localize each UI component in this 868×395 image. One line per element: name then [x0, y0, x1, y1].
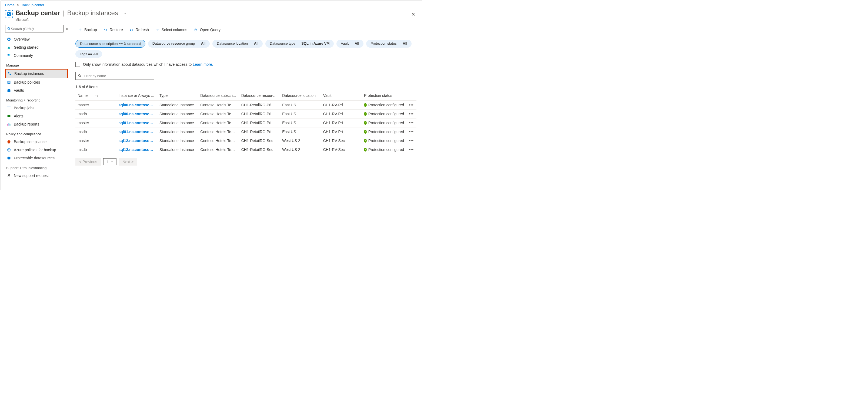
- row-more-button[interactable]: •••: [406, 145, 416, 154]
- table-row[interactable]: mastersql12.na.contosohotels...Standalon…: [75, 136, 416, 145]
- cell-instance-link[interactable]: sql00.na.contosohotels...: [116, 110, 157, 118]
- toolbar-label: Backup: [84, 28, 97, 32]
- compliance-icon: [7, 140, 11, 144]
- sidebar-item-community[interactable]: Community: [5, 51, 68, 59]
- toolbar-label: Select columns: [162, 28, 187, 32]
- svg-point-22: [8, 149, 9, 150]
- filter-resource-group[interactable]: Datasource resource group == All: [148, 40, 210, 48]
- sidebar-item-backup-reports[interactable]: Backup reports: [5, 120, 68, 128]
- cell-subscription: Contoso Hotels Tenant -...: [198, 101, 239, 110]
- previous-button[interactable]: < Previous: [75, 158, 101, 166]
- sidebar-item-azure-policies[interactable]: Azure policies for backup: [5, 146, 68, 154]
- svg-point-28: [194, 29, 197, 30]
- filter-protection-status[interactable]: Protection status == All: [366, 40, 411, 48]
- sidebar-item-backup-instances[interactable]: Backup instances: [6, 69, 67, 78]
- sidebar-search[interactable]: [5, 25, 63, 32]
- cell-type: Standalone Instance: [157, 110, 198, 118]
- refresh-button[interactable]: Refresh: [127, 26, 152, 33]
- query-icon: [194, 28, 198, 32]
- column-subscription[interactable]: Datasource subscri...: [198, 91, 239, 101]
- svg-rect-20: [10, 124, 10, 125]
- table-row[interactable]: msdbsql12.na.contosohotels...Standalone …: [75, 145, 416, 154]
- row-more-button[interactable]: •••: [406, 128, 416, 136]
- close-button[interactable]: ✕: [409, 9, 417, 20]
- cell-subscription: Contoso Hotels Tenant -...: [198, 128, 239, 136]
- column-vault[interactable]: Vault: [321, 91, 362, 101]
- restore-button[interactable]: Restore: [101, 26, 126, 33]
- column-location[interactable]: Datasource location: [280, 91, 321, 101]
- sidebar-item-label: Getting started: [14, 45, 39, 50]
- column-instance[interactable]: Instance or Always ...: [116, 91, 157, 101]
- title-separator: |: [63, 9, 64, 17]
- table-row[interactable]: mastersql01.na.contosohotels...Standalon…: [75, 118, 416, 128]
- sidebar-item-label: Backup policies: [14, 80, 40, 84]
- sidebar-item-alerts[interactable]: Alerts: [5, 112, 68, 120]
- pager: < Previous 1 Next >: [75, 154, 416, 169]
- column-name[interactable]: Name↑↓: [75, 91, 116, 101]
- cell-instance-link[interactable]: sql00.na.contosohotels...: [116, 101, 157, 110]
- sidebar-item-support-request[interactable]: New support request: [5, 172, 68, 180]
- filter-type[interactable]: Datasource type == SQL in Azure VM: [266, 40, 334, 48]
- success-icon: ✓: [364, 112, 367, 116]
- table-row[interactable]: mastersql00.na.contosohotels...Standalon…: [75, 101, 416, 110]
- table-row[interactable]: msdbsql00.na.contosohotels...Standalone …: [75, 110, 416, 118]
- toolbar-label: Open Query: [200, 28, 220, 32]
- title-more-button[interactable]: ···: [121, 9, 128, 17]
- breadcrumb-home[interactable]: Home: [5, 3, 14, 7]
- svg-point-7: [7, 54, 9, 55]
- sidebar-section-monitoring: Monitoring + reporting: [5, 94, 68, 104]
- next-button[interactable]: Next >: [119, 158, 137, 166]
- cell-name: msdb: [75, 110, 116, 118]
- cell-instance-link[interactable]: sql12.na.contosohotels...: [116, 136, 157, 145]
- filter-location[interactable]: Datasource location == All: [212, 40, 263, 48]
- filter-vault[interactable]: Vault == All: [336, 40, 364, 48]
- rocket-icon: [7, 45, 11, 50]
- sidebar-item-label: Overview: [14, 37, 29, 41]
- sidebar-item-label: Alerts: [14, 114, 24, 118]
- cell-instance-link[interactable]: sql01.na.contosohotels...: [116, 128, 157, 136]
- name-filter-input[interactable]: [84, 74, 152, 78]
- row-more-button[interactable]: •••: [406, 118, 416, 128]
- row-more-button[interactable]: •••: [406, 101, 416, 110]
- sidebar-item-backup-compliance[interactable]: Backup compliance: [5, 138, 68, 146]
- collapse-sidebar-button[interactable]: «: [66, 27, 68, 31]
- table-row[interactable]: msdbsql01.na.contosohotels...Standalone …: [75, 128, 416, 136]
- cell-status: ✓Protection configured: [362, 101, 406, 110]
- refresh-icon: [129, 28, 133, 32]
- filter-tags[interactable]: Tags == All: [75, 50, 102, 58]
- sidebar-item-getting-started[interactable]: Getting started: [5, 43, 68, 51]
- breadcrumb-current[interactable]: Backup center: [22, 3, 44, 7]
- sidebar-item-protectable-datasources[interactable]: Protectable datasources: [5, 154, 68, 162]
- page-select[interactable]: 1: [103, 158, 117, 165]
- column-resource-group[interactable]: Datasource resourc...: [239, 91, 280, 101]
- pill-label: Datasource resource group ==: [152, 41, 201, 46]
- cell-vault: CH1-RV-Pri: [321, 110, 362, 118]
- sort-icon: ↑↓: [95, 94, 98, 97]
- success-icon: ✓: [364, 121, 367, 125]
- sidebar-item-backup-policies[interactable]: Backup policies: [5, 78, 68, 86]
- success-icon: ✓: [364, 130, 367, 134]
- sidebar-item-vaults[interactable]: Vaults: [5, 86, 68, 94]
- cell-instance-link[interactable]: sql12.na.contosohotels...: [116, 145, 157, 154]
- row-more-button[interactable]: •••: [406, 110, 416, 118]
- svg-rect-1: [8, 13, 9, 14]
- sidebar-item-overview[interactable]: Overview: [5, 35, 68, 43]
- column-type[interactable]: Type: [157, 91, 198, 101]
- sidebar-search-input[interactable]: [11, 27, 62, 31]
- restore-icon: [103, 28, 107, 32]
- name-filter[interactable]: [75, 72, 154, 80]
- svg-rect-13: [8, 82, 10, 83]
- select-columns-button[interactable]: Select columns: [153, 26, 190, 33]
- sidebar-item-backup-jobs[interactable]: Backup jobs: [5, 104, 68, 112]
- row-more-button[interactable]: •••: [406, 136, 416, 145]
- cell-instance-link[interactable]: sql01.na.contosohotels...: [116, 118, 157, 128]
- filter-subscription[interactable]: Datasource subscription == 3 selected: [75, 40, 145, 48]
- learn-more-link[interactable]: Learn more.: [193, 62, 213, 66]
- open-query-button[interactable]: Open Query: [191, 26, 223, 33]
- pill-label: Protection status ==: [371, 41, 403, 46]
- cell-name: master: [75, 118, 116, 128]
- backup-button[interactable]: Backup: [75, 26, 100, 33]
- access-checkbox[interactable]: [75, 62, 80, 67]
- pill-value: SQL in Azure VM: [301, 41, 330, 46]
- column-status[interactable]: Protection status: [362, 91, 406, 101]
